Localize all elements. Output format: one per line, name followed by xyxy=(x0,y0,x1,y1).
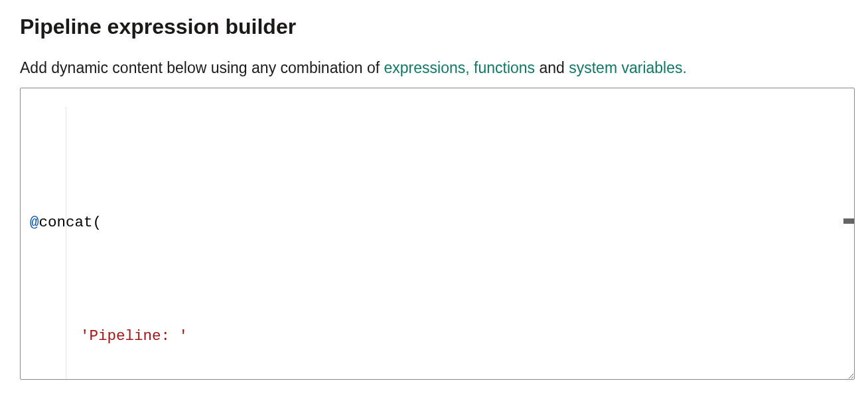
tok-str-pipeline: 'Pipeline: ' xyxy=(80,322,188,351)
indent-guide xyxy=(66,107,66,380)
page-title: Pipeline expression builder xyxy=(20,15,848,39)
link-system-variables[interactable]: system variables. xyxy=(569,59,687,76)
tok-open-paren: ( xyxy=(93,208,102,237)
tok-at: @ xyxy=(30,208,39,237)
expression-editor[interactable]: @concat( 'Pipeline: ' , ,'<br>' ,'Worksp… xyxy=(20,88,855,380)
code-line-2[interactable]: 'Pipeline: ' xyxy=(27,322,854,351)
code-line-1[interactable]: @concat( xyxy=(27,208,854,237)
code-block[interactable]: @concat( 'Pipeline: ' , ,'<br>' ,'Worksp… xyxy=(27,95,854,380)
link-functions[interactable]: functions xyxy=(474,59,535,76)
link-expressions[interactable]: expressions, xyxy=(384,59,470,76)
subtitle-text: Add dynamic content below using any comb… xyxy=(20,59,384,76)
subtitle: Add dynamic content below using any comb… xyxy=(20,58,848,78)
subtitle-and: and xyxy=(535,59,569,76)
